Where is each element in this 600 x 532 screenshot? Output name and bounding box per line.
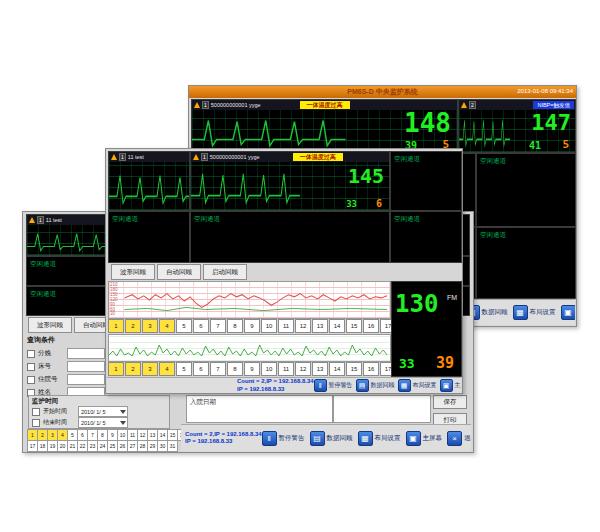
- toolbar-button[interactable]: ▦ 布局设置: [358, 431, 401, 446]
- page-box[interactable]: 12: [295, 362, 311, 376]
- date-picker[interactable]: 2010/ 1/ 5: [78, 406, 128, 417]
- idle-channel-label: 空闲通道: [194, 215, 220, 224]
- review-tab[interactable]: 启动回顾: [203, 264, 247, 280]
- monitor-time-row: 开始时间 2010/ 1/ 5: [32, 406, 166, 417]
- checkbox[interactable]: [27, 363, 35, 371]
- page-box[interactable]: 15: [346, 319, 362, 333]
- idle-channel-panel[interactable]: 空闲通道: [108, 211, 190, 263]
- page-box[interactable]: 13: [312, 362, 328, 376]
- review-tab[interactable]: 波形回顾: [28, 317, 72, 333]
- page-box[interactable]: 2: [125, 319, 141, 333]
- fhr-value: 147: [531, 110, 571, 135]
- page-box[interactable]: 1: [108, 319, 124, 333]
- fhr-value: 148: [404, 108, 451, 138]
- channel-panel-fhr2[interactable]: 2 NIBP=触发值 147 41 5: [458, 99, 576, 153]
- search-field-input[interactable]: [67, 374, 105, 385]
- page-box[interactable]: 3: [142, 362, 158, 376]
- checkbox[interactable]: [27, 350, 35, 358]
- idle-channel-label: 空闲通道: [112, 215, 138, 224]
- action-button[interactable]: 保存: [433, 395, 467, 409]
- fhr-trace: [109, 282, 390, 318]
- result-list-detail[interactable]: [333, 395, 431, 423]
- result-list-admission[interactable]: 入院日期: [186, 395, 333, 423]
- page-box[interactable]: 14: [329, 319, 345, 333]
- page-box[interactable]: 7: [210, 319, 226, 333]
- idle-channel-panel[interactable]: 空闲通道: [390, 211, 462, 263]
- toolbar-button-label: 数据回顾: [327, 434, 353, 443]
- channel-panel-test[interactable]: 1 11 test: [26, 214, 106, 256]
- toolbar-button[interactable]: ▤ 数据回顾: [310, 431, 353, 446]
- calendar-day[interactable]: 31: [167, 440, 178, 452]
- page-box[interactable]: 11: [278, 362, 294, 376]
- page-box[interactable]: 11: [278, 319, 294, 333]
- channel-panel-fhr-main[interactable]: 1 500000000001 yyge 一体温度过高 145 33 6: [190, 151, 390, 211]
- toolbar-button[interactable]: ▣ 主屏幕: [561, 305, 575, 320]
- date-picker[interactable]: 2010/ 1/ 5: [78, 417, 128, 428]
- checkbox[interactable]: [32, 419, 40, 427]
- search-field-label: 住院号: [38, 375, 64, 384]
- channel-panel-fhr1[interactable]: 1 500000000001 yyge 一体温度过高 148 39 5: [191, 99, 458, 153]
- numeric-tile[interactable]: 130 FM 33 39: [391, 281, 462, 377]
- page-box[interactable]: 1: [108, 362, 124, 376]
- channel-panel-test[interactable]: 1 11 test: [108, 151, 190, 211]
- page-box[interactable]: 9: [244, 362, 260, 376]
- page-box[interactable]: 5: [176, 362, 192, 376]
- page-box[interactable]: 10: [261, 319, 277, 333]
- idle-channel-panel[interactable]: 空闲通道: [476, 227, 576, 299]
- waveform-area: 145 33 6: [191, 162, 389, 210]
- page-box[interactable]: 7: [210, 362, 226, 376]
- toolbar-button[interactable]: ▣ 主屏幕: [440, 379, 461, 392]
- page-selector-row-1: 123456789101112131415161718: [108, 319, 413, 333]
- checkbox[interactable]: [27, 376, 35, 384]
- page-box[interactable]: 13: [312, 319, 328, 333]
- search-field-label: 分娩: [38, 349, 64, 358]
- page-box[interactable]: 3: [142, 319, 158, 333]
- page-box[interactable]: 9: [244, 319, 260, 333]
- idle-channel-panel[interactable]: 空闲通道: [190, 211, 390, 263]
- fm-label: FM: [447, 294, 457, 301]
- idle-channel-panel[interactable]: 空闲通道: [26, 286, 106, 316]
- page-box[interactable]: 10: [261, 362, 277, 376]
- toolbar-button[interactable]: ▦ 布局设置: [513, 305, 556, 320]
- query-toolbar: Count = 2,IP = 192.168.8.34 IP = 192.168…: [181, 424, 471, 451]
- page-box[interactable]: 15: [346, 362, 362, 376]
- connection-count: Count = 2,IP = 192.168.8.34: [237, 378, 314, 386]
- page-box[interactable]: 4: [159, 362, 175, 376]
- page-box[interactable]: 8: [227, 362, 243, 376]
- page-box[interactable]: 16: [363, 362, 379, 376]
- page-box[interactable]: 14: [329, 362, 345, 376]
- toolbar-button[interactable]: ▤ 数据回顾: [356, 379, 395, 392]
- toolbar-button-icon: ▣: [406, 431, 421, 446]
- idle-channel-panel[interactable]: 空闲通道: [26, 256, 106, 286]
- monitor-titlebar[interactable]: PM6S-D 中央监护系统 2013-01-08 09:41:34: [189, 86, 576, 98]
- toco-review-chart[interactable]: [108, 334, 391, 362]
- toolbar-button-icon: ×: [447, 431, 462, 446]
- fhr-review-chart[interactable]: 210180150120906030: [108, 281, 391, 319]
- search-field-label: 床号: [38, 362, 64, 371]
- window-waveform-review: 1 11 test 1 500000000001 yyge 一体温度过高 145: [105, 148, 463, 394]
- channel-header: 1 500000000001 yyge 一体温度过高: [191, 152, 389, 162]
- page-box[interactable]: 16: [363, 319, 379, 333]
- idle-channel-panel[interactable]: 空闲通道: [390, 151, 462, 211]
- toolbar-button[interactable]: ▣ 主屏幕: [406, 431, 443, 446]
- monitor-datetime: 2013-01-08 09:41:34: [517, 88, 573, 94]
- checkbox[interactable]: [32, 408, 40, 416]
- search-field-input[interactable]: [67, 361, 105, 372]
- toolbar-button[interactable]: ▦ 布局设置: [398, 379, 437, 392]
- search-field-input[interactable]: [67, 348, 105, 359]
- review-tab[interactable]: 自动回顾: [157, 264, 201, 280]
- page-box[interactable]: 8: [227, 319, 243, 333]
- page-box[interactable]: 6: [193, 319, 209, 333]
- idle-channel-panel[interactable]: 空闲通道: [476, 153, 576, 227]
- alarm-warning-icon: [193, 154, 199, 160]
- page-box[interactable]: 4: [159, 319, 175, 333]
- toolbar-button[interactable]: ‖ 暂停警告: [314, 379, 353, 392]
- page-box[interactable]: 6: [193, 362, 209, 376]
- review-tab[interactable]: 波形回顾: [111, 264, 155, 280]
- page-box[interactable]: 5: [176, 319, 192, 333]
- page-box[interactable]: 2: [125, 362, 141, 376]
- toolbar-button[interactable]: × 退出系统: [447, 431, 471, 446]
- toolbar-button[interactable]: ‖ 暂停警告: [262, 431, 305, 446]
- fhr-value: 145: [348, 164, 384, 188]
- page-box[interactable]: 12: [295, 319, 311, 333]
